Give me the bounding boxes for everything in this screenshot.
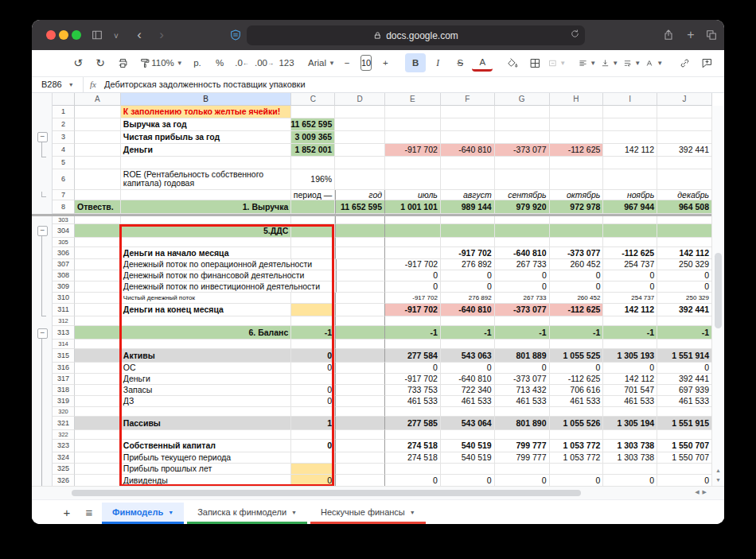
cell-G314[interactable] xyxy=(495,340,550,349)
minimize-window-button[interactable] xyxy=(59,30,68,40)
cell-D326[interactable] xyxy=(335,475,385,486)
cell-A317[interactable] xyxy=(75,374,121,385)
cell-B322[interactable] xyxy=(121,430,291,440)
cell-E320[interactable] xyxy=(385,407,441,417)
cell-H6[interactable] xyxy=(550,169,604,190)
sidebar-toggle-icon[interactable] xyxy=(89,27,105,43)
cell-G320[interactable] xyxy=(495,407,550,417)
cell-A322[interactable] xyxy=(75,430,121,440)
cell-B304[interactable]: 5.ДДС xyxy=(121,224,291,238)
column-header-B[interactable]: B xyxy=(121,93,291,106)
cell-F309[interactable]: 0 xyxy=(441,281,495,293)
cell-F2[interactable] xyxy=(441,118,495,131)
cell-G308[interactable]: 0 xyxy=(495,270,550,281)
cell-H306[interactable]: -373 077 xyxy=(550,247,604,259)
decrease-decimals-button[interactable]: .0← xyxy=(232,53,252,72)
tab-menu-icon[interactable]: ▼ xyxy=(410,510,415,515)
cell-F8[interactable]: 989 144 xyxy=(441,200,495,214)
cell-A311[interactable] xyxy=(75,304,121,316)
cell-H305[interactable] xyxy=(550,238,604,247)
cell-A314[interactable] xyxy=(75,340,121,349)
cell-A321[interactable] xyxy=(75,417,121,430)
row-header-7[interactable]: 7 xyxy=(53,190,75,200)
cell-I309[interactable]: 0 xyxy=(603,281,657,293)
cell-B317[interactable]: Деньги xyxy=(121,374,291,385)
cell-A315[interactable] xyxy=(75,349,121,363)
cell-C326[interactable]: 0 xyxy=(291,475,335,486)
row-group-collapse-button[interactable]: − xyxy=(37,328,48,339)
cell-C1[interactable] xyxy=(291,106,335,118)
cell-F320[interactable] xyxy=(441,407,495,417)
undo-icon[interactable]: ↺ xyxy=(68,53,88,72)
name-box[interactable]: B286 ▼ xyxy=(32,80,83,89)
cell-C315[interactable]: 0 xyxy=(291,349,335,363)
cell-F312[interactable] xyxy=(441,316,495,326)
cell-F310[interactable]: 276 892 xyxy=(441,293,495,304)
cell-C322[interactable] xyxy=(291,430,335,440)
font-select[interactable]: Arial▼ xyxy=(306,53,327,72)
cell-C310[interactable] xyxy=(291,293,335,304)
cell-C305[interactable] xyxy=(291,238,335,247)
row-header-321[interactable]: 321 xyxy=(53,417,75,430)
cell-D305[interactable] xyxy=(335,238,385,247)
cell-G325[interactable] xyxy=(495,464,550,475)
cell-H325[interactable] xyxy=(550,464,604,475)
cell-D313[interactable] xyxy=(335,326,385,340)
cell-C309[interactable] xyxy=(292,281,336,293)
cell-F306[interactable]: -917 702 xyxy=(441,247,495,259)
tab-zapiska[interactable]: Записка к финмодели ▼ xyxy=(187,503,307,524)
cell-G305[interactable] xyxy=(495,238,550,247)
forward-button[interactable]: › xyxy=(154,27,170,43)
cell-G7[interactable]: сентябрь xyxy=(495,190,550,200)
name-box-dropdown-icon[interactable]: ▼ xyxy=(68,82,74,87)
cell-F5[interactable] xyxy=(441,157,495,169)
cell-G312[interactable] xyxy=(495,316,550,326)
cell-F316[interactable]: 0 xyxy=(441,363,495,374)
cell-H5[interactable] xyxy=(550,157,604,169)
vertical-scrollbar[interactable]: ▲ ▼ xyxy=(711,106,724,486)
horizontal-scrollbar-thumb[interactable] xyxy=(72,490,581,496)
cell-J314[interactable] xyxy=(657,340,712,349)
cell-E2[interactable] xyxy=(385,118,441,131)
cell-B319[interactable]: ДЗ xyxy=(121,396,291,407)
cell-E7[interactable]: июль xyxy=(385,190,441,200)
row-header-307[interactable]: 307 xyxy=(53,259,75,270)
cell-I315[interactable]: 1 305 193 xyxy=(603,349,657,363)
cell-F315[interactable]: 543 063 xyxy=(441,349,495,363)
row-header-319[interactable]: 319 xyxy=(53,396,75,407)
print-icon[interactable] xyxy=(112,53,133,72)
cell-J6[interactable] xyxy=(657,169,712,190)
cell-F6[interactable] xyxy=(441,169,495,190)
sidebar-chevron-icon[interactable]: ˅ xyxy=(108,29,124,45)
cell-J306[interactable]: 142 112 xyxy=(657,247,712,259)
scroll-up-icon[interactable]: ▲ xyxy=(715,468,721,473)
row-header-323[interactable]: 323 xyxy=(53,440,75,452)
cell-B3[interactable]: Чистая прибыль за год xyxy=(121,131,291,144)
cell-I320[interactable] xyxy=(603,407,657,417)
tab-finmodel[interactable]: Финмодель ▼ xyxy=(102,503,184,524)
cell-E307[interactable]: -917 702 xyxy=(385,259,441,270)
cell-B311[interactable]: Деньги на конец месяца xyxy=(121,304,291,316)
cell-I324[interactable]: 1 303 738 xyxy=(603,452,657,464)
row-header-305[interactable]: 305 xyxy=(53,238,75,247)
cell-J7[interactable]: декабрь xyxy=(657,190,712,200)
row-header-304[interactable]: 304 xyxy=(53,224,75,238)
cell-I317[interactable]: 142 112 xyxy=(603,374,657,385)
cell-A7[interactable] xyxy=(75,190,121,200)
cell-F319[interactable]: 461 533 xyxy=(441,396,495,407)
cell-A6[interactable] xyxy=(75,169,121,190)
cell-E3[interactable] xyxy=(385,131,441,144)
cell-J322[interactable] xyxy=(657,430,712,440)
cell-F4[interactable]: -640 810 xyxy=(441,144,495,157)
cell-F324[interactable]: 540 519 xyxy=(441,452,495,464)
cell-C2[interactable]: 11 652 595 xyxy=(291,118,335,131)
cell-A309[interactable] xyxy=(75,281,121,293)
row-header-303[interactable]: 303 xyxy=(53,216,75,224)
cell-G311[interactable]: -373 077 xyxy=(495,304,550,316)
cell-G304[interactable] xyxy=(495,224,550,238)
column-header-J[interactable]: J xyxy=(657,93,712,106)
cell-H7[interactable]: октябрь xyxy=(550,190,604,200)
cell-G321[interactable]: 801 890 xyxy=(495,417,550,430)
cell-D306[interactable] xyxy=(335,247,385,259)
cell-D323[interactable] xyxy=(335,440,385,452)
